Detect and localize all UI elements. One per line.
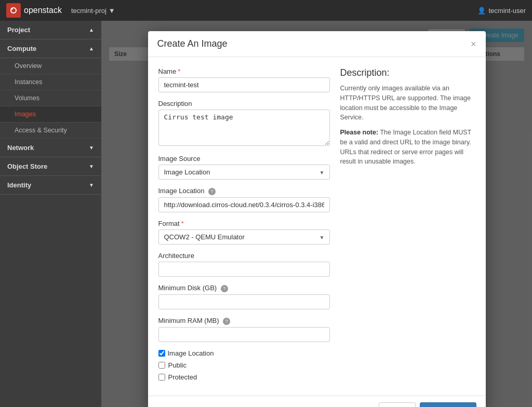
form-group-image-source: Image Source Image Location File	[158, 155, 330, 180]
architecture-input[interactable]	[158, 262, 330, 277]
create-image-submit-button[interactable]: Create Image	[420, 402, 476, 407]
image-source-label: Image Source	[158, 155, 330, 162]
image-location-label: Image Location ?	[158, 187, 330, 195]
protected-checkbox[interactable]	[158, 374, 165, 381]
logo-icon	[6, 3, 21, 18]
form-group-description: Description Cirrus test image	[158, 100, 330, 147]
network-chevron-icon: ▼	[89, 145, 94, 151]
public-group: Public	[158, 361, 330, 369]
modal-description-panel: Description: Currently only images avail…	[340, 67, 475, 385]
description-note-label: Please note:	[340, 129, 379, 136]
public-checkbox[interactable]	[158, 362, 165, 369]
image-location-input[interactable]	[158, 197, 330, 212]
sidebar: Project ▲ Compute ▲ Overview Instances V…	[0, 21, 101, 407]
min-disk-label: Minimum Disk (GB) ?	[158, 284, 330, 292]
identity-chevron-icon: ▼	[89, 182, 94, 188]
protected-label: Protected	[168, 373, 197, 381]
format-select-wrapper: AKI - Amazon Kernel Image AMI - Amazon M…	[158, 229, 330, 245]
sidebar-network-header[interactable]: Network ▼	[0, 139, 101, 157]
modal-overlay: Create An Image × Name*	[101, 21, 532, 407]
copy-data-checkbox[interactable]	[158, 350, 165, 357]
min-disk-input[interactable]	[158, 294, 330, 309]
name-input[interactable]	[158, 77, 330, 92]
architecture-label: Architecture	[158, 252, 330, 260]
image-location-help-icon[interactable]: ?	[208, 188, 216, 195]
form-group-format: Format* AKI - Amazon Kernel Image AMI - …	[158, 220, 330, 245]
navbar: openstack tecmint-proj ▼ 👤 tecmint-user	[0, 0, 532, 21]
image-source-select-wrapper: Image Location File	[158, 165, 330, 180]
form-group-name: Name*	[158, 67, 330, 92]
project-name: tecmint-proj	[71, 7, 107, 15]
sidebar-item-overview[interactable]: Overview	[0, 58, 101, 74]
sidebar-compute-header[interactable]: Compute ▲	[0, 39, 101, 58]
min-ram-label: Minimum RAM (MB) ?	[158, 317, 330, 325]
navbar-right: 👤 tecmint-user	[477, 7, 526, 15]
image-source-select[interactable]: Image Location File	[158, 165, 330, 180]
form-group-min-disk: Minimum Disk (GB) ?	[158, 284, 330, 309]
main-content: Public (0) + Create Image Size Actions C…	[101, 21, 532, 407]
copy-data-group: Image Location	[158, 349, 330, 357]
project-dropdown-icon: ▼	[109, 7, 115, 15]
sidebar-item-instances[interactable]: Instances	[0, 74, 101, 90]
min-ram-help-icon[interactable]: ?	[223, 318, 230, 325]
cancel-button[interactable]: Cancel	[379, 402, 415, 407]
min-disk-help-icon[interactable]: ?	[221, 285, 228, 292]
form-group-image-location: Image Location ?	[158, 187, 330, 212]
sidebar-project-header[interactable]: Project ▲	[0, 21, 101, 39]
create-image-modal: Create An Image × Name*	[148, 31, 486, 407]
modal-body: Name* Description Cirrus test image Imag…	[148, 57, 486, 396]
copy-data-label: Image Location	[168, 349, 214, 357]
modal-form: Name* Description Cirrus test image Imag…	[158, 67, 330, 385]
sidebar-item-access-security[interactable]: Access & Security	[0, 123, 101, 139]
modal-close-button[interactable]: ×	[471, 39, 476, 49]
logo-text: openstack	[24, 6, 62, 15]
project-selector[interactable]: tecmint-proj ▼	[67, 5, 119, 17]
format-label: Format*	[158, 220, 330, 227]
navbar-left: openstack tecmint-proj ▼	[6, 3, 119, 18]
public-label: Public	[168, 361, 187, 369]
sidebar-identity-header[interactable]: Identity ▼	[0, 176, 101, 195]
modal-header: Create An Image ×	[148, 31, 486, 57]
app-body: Project ▲ Compute ▲ Overview Instances V…	[0, 21, 532, 407]
user-name: tecmint-user	[488, 7, 526, 15]
description-textarea[interactable]: Cirrus test image	[158, 110, 330, 146]
description-panel-text1: Currently only images available via an H…	[340, 84, 475, 123]
name-label: Name*	[158, 67, 330, 75]
description-panel-note: Please note: The Image Location field MU…	[340, 128, 475, 167]
sidebar-object-store-header[interactable]: Object Store ▼	[0, 157, 101, 176]
form-group-architecture: Architecture	[158, 252, 330, 277]
compute-chevron-icon: ▲	[89, 46, 94, 51]
description-panel-title: Description:	[340, 67, 475, 78]
sidebar-item-volumes[interactable]: Volumes	[0, 90, 101, 106]
format-select[interactable]: AKI - Amazon Kernel Image AMI - Amazon M…	[158, 229, 330, 245]
svg-rect-1	[11, 8, 13, 10]
form-group-min-ram: Minimum RAM (MB) ?	[158, 317, 330, 342]
project-chevron-icon: ▲	[89, 27, 94, 33]
sidebar-item-images[interactable]: Images	[0, 106, 101, 123]
user-icon: 👤	[477, 7, 486, 15]
object-store-chevron-icon: ▼	[89, 164, 94, 169]
min-ram-input[interactable]	[158, 327, 330, 342]
openstack-logo: openstack	[6, 3, 62, 18]
protected-group: Protected	[158, 373, 330, 381]
description-label: Description	[158, 100, 330, 107]
modal-title: Create An Image	[157, 38, 228, 49]
modal-footer: Cancel Create Image	[148, 396, 486, 407]
